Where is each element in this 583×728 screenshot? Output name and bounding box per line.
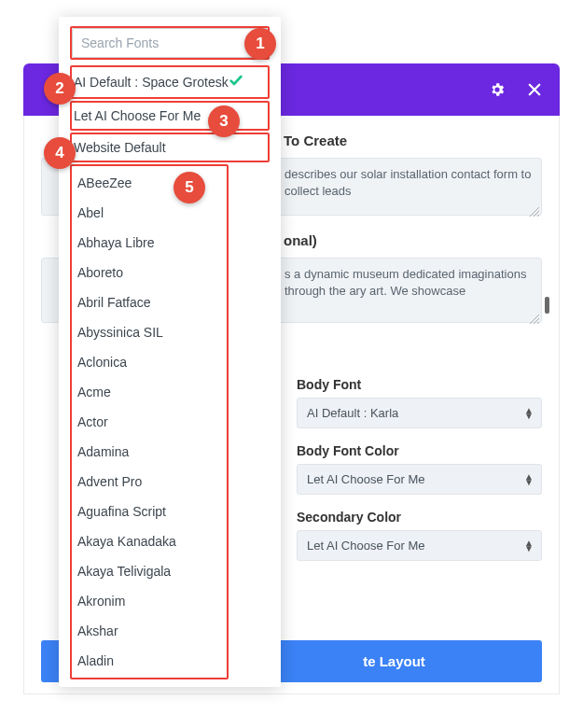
annotation-badge-5: 5	[174, 172, 205, 203]
font-option[interactable]: Actor	[72, 407, 227, 437]
font-option[interactable]: Aguafina Script	[72, 497, 227, 526]
font-option[interactable]: Acme	[72, 377, 227, 407]
generate-layout-label: te Layout	[363, 653, 425, 669]
font-option[interactable]: Adamina	[72, 437, 227, 467]
font-option[interactable]: Aladin	[72, 646, 227, 676]
font-option-list: AI Default : Space Grotesk Let AI Choose…	[59, 65, 281, 679]
option-ai-default[interactable]: AI Default : Space Grotesk	[74, 75, 229, 90]
select-body-font[interactable]: AI Default : Karla	[297, 398, 542, 428]
select-body-color[interactable]: Let AI Choose For Me	[297, 464, 542, 495]
label-body-color: Body Font Color	[297, 443, 542, 458]
font-dropdown-panel: AI Default : Space Grotesk Let AI Choose…	[59, 17, 281, 687]
font-option[interactable]: Abhaya Libre	[72, 228, 227, 258]
close-icon[interactable]	[526, 81, 543, 98]
select-secondary-color-value: Let AI Choose For Me	[307, 539, 424, 553]
annotation-badge-2: 2	[44, 73, 76, 105]
annotation-badge-1: 1	[244, 28, 276, 60]
page-root: To Create describes our solar installati…	[0, 0, 583, 694]
gear-icon[interactable]	[489, 81, 506, 98]
font-option[interactable]: Abril Fatface	[72, 287, 227, 317]
annotation-badge-4: 4	[44, 137, 76, 169]
font-option[interactable]: Aclonica	[72, 347, 227, 377]
resize-handle-icon[interactable]	[530, 311, 539, 320]
select-body-color-value: Let AI Choose For Me	[307, 472, 424, 486]
font-option[interactable]: Akronim	[72, 586, 227, 616]
section-title-create: To Create	[284, 133, 542, 148]
search-input[interactable]	[72, 28, 268, 58]
font-option[interactable]: Akaya Kanadaka	[72, 526, 227, 556]
font-option[interactable]: Advent Pro	[72, 467, 227, 497]
select-secondary-color[interactable]: Let AI Choose For Me	[297, 530, 542, 561]
font-list-box: ABeeZeeAbelAbhaya LibreAboretoAbril Fatf…	[70, 164, 229, 679]
scrollbar-thumb[interactable]	[545, 297, 549, 314]
font-option[interactable]: Akshar	[72, 616, 227, 646]
select-body-font-value: AI Default : Karla	[307, 406, 398, 420]
label-secondary-color: Secondary Color	[297, 510, 542, 525]
section-title-optional: onal)	[284, 232, 542, 248]
font-option[interactable]: Abel	[72, 198, 227, 228]
font-option[interactable]: Aboreto	[72, 258, 227, 287]
check-icon	[229, 73, 243, 91]
font-option[interactable]: Akaya Telivigala	[72, 556, 227, 586]
label-body-font: Body Font	[297, 377, 542, 392]
resize-handle-icon[interactable]	[530, 203, 539, 213]
font-option[interactable]: Abyssinica SIL	[72, 317, 227, 347]
annotation-badge-3: 3	[208, 105, 240, 137]
option-website-default[interactable]: Website Default	[74, 140, 266, 155]
